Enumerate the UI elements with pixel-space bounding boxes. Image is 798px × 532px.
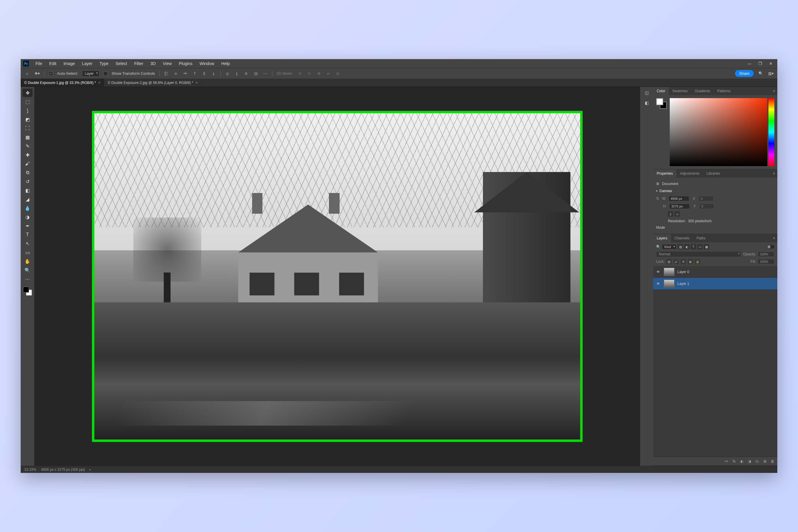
transform-checkbox[interactable] [103,72,108,76]
menu-edit[interactable]: Edit [46,60,59,67]
filter-shape-icon[interactable]: ▭ [697,244,703,249]
distribute-spacing-icon[interactable]: ⊪ [244,71,249,76]
delete-layer-icon[interactable]: 🗑 [770,459,775,464]
layer-style-icon[interactable]: fx [732,459,737,464]
align-center-h-icon[interactable]: ≡ [173,71,178,76]
zoom-level[interactable]: 33.33% [24,468,36,472]
group-icon[interactable]: 🗀 [755,459,760,464]
search-icon[interactable]: 🔍 [758,71,764,77]
align-right-icon[interactable]: ⬲ [183,71,188,76]
x-input[interactable] [699,196,714,201]
menu-plugins[interactable]: Plugins [176,60,195,67]
tab-swatches[interactable]: Swatches [669,87,691,95]
tool-hand[interactable]: ✋ [22,257,33,265]
tab-close-icon[interactable]: × [196,81,198,85]
fill-input[interactable] [758,259,774,264]
panel-menu-icon[interactable]: ≡ [771,234,777,242]
tab-paths[interactable]: Paths [693,234,709,242]
tab-color[interactable]: Color [653,87,669,95]
layer-row[interactable]: 👁 Layer 0 [653,266,777,278]
align-top-icon[interactable]: ⤒ [192,71,197,76]
menu-help[interactable]: Help [218,60,233,67]
lock-pixels-icon[interactable]: 🖌 [673,259,679,264]
tool-object-select[interactable]: ◩ [22,115,33,124]
tool-gradient[interactable]: ◢ [22,195,33,203]
menu-layer[interactable]: Layer [79,60,95,67]
tool-path[interactable]: ↖ [22,240,33,248]
layer-mask-icon[interactable]: ◐ [740,459,744,464]
tab-properties[interactable]: Properties [653,169,677,178]
canvas-section-header[interactable]: Canvas [656,187,774,195]
menu-type[interactable]: Type [97,60,111,67]
new-layer-icon[interactable]: ⊞ [762,459,767,464]
foreground-color[interactable] [23,287,29,292]
history-panel-icon[interactable]: ◫ [643,89,650,96]
orientation-portrait-icon[interactable]: ▯ [668,211,673,217]
move-tool-icon[interactable]: ✥▾ [34,71,40,77]
tool-edit-toolbar[interactable]: ⋯ [22,275,33,283]
share-button[interactable]: Share [735,70,754,77]
filter-kind-dropdown[interactable]: Kind [662,244,677,249]
document-tab-2[interactable]: © Double Exposure-2.jpg @ 58.6% (Layer 0… [104,79,201,87]
panel-menu-icon[interactable]: ≡ [771,169,777,178]
lock-transparency-icon[interactable]: ▦ [666,259,672,264]
maximize-button[interactable]: ❐ [756,61,764,66]
orientation-landscape-icon[interactable]: ▭ [674,211,680,217]
tool-lasso[interactable]: ⟆ [22,107,33,115]
tab-patterns[interactable]: Patterns [714,87,734,95]
mini-color-swatches[interactable] [656,98,667,109]
tool-healing[interactable]: ✚ [22,151,33,159]
filter-pixel-icon[interactable]: ▧ [678,244,683,249]
tool-zoom[interactable]: 🔍 [22,266,33,274]
minimize-button[interactable]: — [745,61,754,66]
lock-position-icon[interactable]: ✥ [681,259,686,264]
mini-foreground[interactable] [656,98,663,105]
tool-marquee[interactable]: ⬚ [22,97,33,106]
tool-move[interactable]: ✥ [22,89,33,97]
foreground-background-colors[interactable] [23,287,32,296]
tab-close-icon[interactable]: × [98,81,100,85]
filter-type-icon[interactable]: T [691,244,696,249]
filter-smart-icon[interactable]: ▦ [704,244,709,249]
document-canvas[interactable] [92,111,583,442]
blend-mode-dropdown[interactable]: Normal [656,251,741,257]
menu-file[interactable]: File [33,60,45,67]
width-input[interactable] [668,196,689,201]
y-input[interactable] [699,204,714,209]
filter-search-icon[interactable]: 🔍 [656,245,661,249]
link-wh-icon[interactable]: ⇅ [656,196,659,201]
menu-view[interactable]: View [160,60,175,67]
document-info[interactable]: 4906 px x 3275 px (300 ppi) [41,468,85,472]
tool-eyedropper[interactable]: ✎ [22,142,33,150]
distribute-v-icon[interactable]: ⫿ [234,71,240,76]
menu-filter[interactable]: Filter [131,60,146,67]
menu-3d[interactable]: 3D [148,60,159,67]
menu-image[interactable]: Image [61,60,78,67]
layer-name[interactable]: Layer 0 [678,270,689,274]
comments-panel-icon[interactable]: ◧ [643,99,650,107]
tool-pen[interactable]: ✒ [22,222,33,230]
distribute-h-icon[interactable]: ⫼ [225,71,230,76]
close-button[interactable]: ✕ [767,61,775,66]
home-icon[interactable]: ⌂ [24,71,30,77]
tool-type[interactable]: T [22,230,33,239]
tab-adjustments[interactable]: Adjustments [677,169,703,178]
status-chevron-icon[interactable]: ▸ [90,468,91,471]
adjustment-layer-icon[interactable]: ◑ [747,459,752,464]
tool-dodge[interactable]: ◑ [22,213,33,221]
tool-frame[interactable]: ▦ [22,133,33,141]
hue-slider[interactable] [768,98,774,166]
opacity-input[interactable] [758,251,774,257]
tool-history-brush[interactable]: ↺ [22,177,33,186]
tool-shape[interactable]: ▭ [22,248,33,256]
layer-name[interactable]: Layer 1 [678,282,689,286]
panel-menu-icon[interactable]: ≡ [771,87,777,95]
link-layers-icon[interactable]: ⚯ [724,459,729,464]
tool-crop[interactable]: ⛶ [22,124,33,132]
lock-artboard-icon[interactable]: ▣ [688,259,693,264]
height-input[interactable] [669,204,690,209]
tool-brush[interactable]: 🖌 [22,159,33,168]
visibility-toggle-icon[interactable]: 👁 [656,270,661,274]
tool-blur[interactable]: 💧 [22,204,33,212]
tab-channels[interactable]: Channels [671,234,693,242]
